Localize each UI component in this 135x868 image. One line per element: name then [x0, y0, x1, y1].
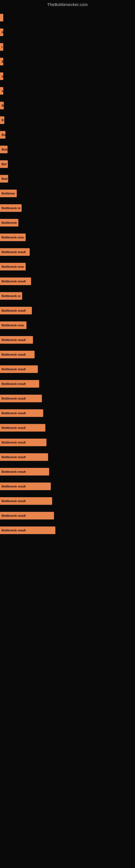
list-item: Bottleneck resu [0, 318, 135, 332]
list-item: s [0, 84, 135, 98]
bar-label: Bottleneck result [0, 351, 35, 358]
bar-label: Bottleneck result [0, 512, 54, 520]
list-item: B [0, 98, 135, 113]
bar-label: Bottleneck resu [0, 263, 26, 271]
list-item: Bo [0, 128, 135, 142]
bar-label: Bottleneck re [0, 292, 22, 300]
bar-label: Bottleneck result [0, 497, 52, 505]
bar-label: s [0, 87, 3, 95]
bar-label: I [0, 43, 3, 51]
list-item: Bottlenec [0, 186, 135, 200]
list-item: Bottleneck result [0, 347, 135, 362]
bar-label: Bott [0, 175, 8, 183]
bar-label: Bottleneck [0, 219, 18, 226]
bar-label: Bo [0, 131, 5, 138]
list-item: Bottleneck result [0, 508, 135, 523]
list-item: Bottleneck result [0, 435, 135, 450]
bar-label [0, 14, 3, 22]
list-item [0, 10, 135, 25]
bar-label: Bottleneck result [0, 336, 33, 344]
list-item: Bottleneck result [0, 494, 135, 508]
bar-label: Bottleneck result [0, 307, 32, 314]
bar-label: Bottleneck result [0, 439, 46, 446]
bar-label: B [0, 116, 4, 124]
list-item: Bottleneck result [0, 377, 135, 391]
list-item: R [0, 25, 135, 39]
site-title: TheBottlenecker.com [0, 0, 135, 8]
list-item: Bottleneck result [0, 245, 135, 259]
bar-label: Bottleneck resu [0, 321, 27, 329]
bar-label: B [0, 58, 3, 65]
list-item: n [0, 69, 135, 83]
list-item: Bottleneck result [0, 392, 135, 405]
list-item: Bottleneck result [0, 523, 135, 537]
bar-label: Bottleneck result [0, 278, 31, 285]
list-item: Bottleneck result [0, 274, 135, 288]
list-item: Bottleneck result [0, 450, 135, 464]
list-item: Bottleneck result [0, 304, 135, 318]
bar-label: Bottleneck resu [0, 234, 26, 241]
list-item: Bottleneck re [0, 289, 135, 303]
site-title-container: TheBottlenecker.com [0, 0, 135, 8]
bar-label: Bottleneck result [0, 483, 51, 490]
bar-label: Bottleneck result [0, 453, 48, 461]
list-item: Bottleneck result [0, 465, 135, 479]
bar-label: Bottlenec [0, 190, 17, 197]
list-item: Bott [0, 143, 135, 156]
list-item: Bottleneck resu [0, 259, 135, 274]
bar-label: Bottleneck re [0, 204, 21, 212]
list-item: Bottleneck result [0, 362, 135, 376]
list-item: Bottleneck resu [0, 230, 135, 244]
list-item: B [0, 113, 135, 127]
bar-label: Bottleneck result [0, 424, 45, 432]
bar-label: Bott [0, 146, 8, 153]
list-item: Bottleneck result [0, 406, 135, 420]
list-item: Bottleneck re [0, 201, 135, 215]
list-item: I [0, 40, 135, 54]
list-item: Bot [0, 157, 135, 171]
list-item: Bottleneck result [0, 479, 135, 493]
bar-label: Bottleneck result [0, 409, 43, 417]
list-item: B [0, 55, 135, 69]
list-item: Bott [0, 172, 135, 186]
bar-label: Bottleneck result [0, 395, 42, 402]
bar-label: Bottleneck result [0, 365, 38, 373]
bar-label: Bottleneck result [0, 527, 55, 534]
bar-label: B [0, 102, 4, 109]
bar-label: Bottleneck result [0, 380, 39, 388]
bar-label: Bottleneck result [0, 468, 49, 475]
bar-label: n [0, 72, 3, 80]
list-item: Bottleneck result [0, 421, 135, 435]
bar-label: Bot [0, 160, 8, 168]
bar-chart: RIBnsBBBoBottBotBottBottlenecBottleneck … [0, 8, 135, 540]
bar-label: Bottleneck result [0, 248, 30, 256]
list-item: Bottleneck result [0, 333, 135, 347]
bar-label: R [0, 29, 3, 36]
list-item: Bottleneck [0, 216, 135, 230]
